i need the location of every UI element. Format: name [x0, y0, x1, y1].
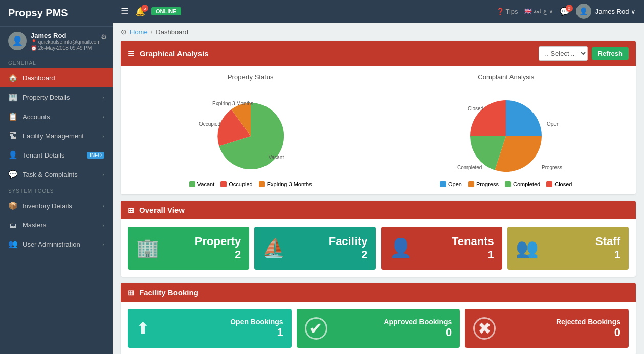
notification-bell-icon[interactable]: 🔔 5 [135, 7, 145, 16]
svg-text:Closed: Closed [468, 106, 483, 112]
language-selector[interactable]: 🇬🇧 ع لغة ∨ [524, 8, 553, 15]
breadcrumb-separator: / [151, 28, 153, 36]
sidebar-item-tenant-details[interactable]: 👤 Tenant Details INFO [0, 145, 113, 165]
property-overview-count: 2 [165, 248, 241, 261]
online-status-badge: ONLINE [151, 7, 181, 15]
staff-overview-label: Staff [545, 235, 620, 248]
accounts-arrow-icon: › [102, 114, 104, 120]
svg-text:Completed: Completed [457, 165, 482, 170]
sidebar-item-accounts[interactable]: 📋 Accounts › [0, 107, 113, 126]
sidebar-item-masters[interactable]: 🗂 Masters › [0, 215, 113, 234]
sidebar-item-accounts-label: Accounts [23, 113, 50, 121]
complaint-analysis-chart: Complaint Analysis [384, 73, 629, 187]
tenant-badge: INFO [87, 152, 104, 159]
sidebar-item-dashboard[interactable]: 🏠 Dashboard [0, 68, 113, 87]
tenants-overview-label: Tenants [418, 235, 494, 248]
user-admin-icon: 👥 [8, 239, 17, 249]
sidebar-item-user-admin-label: User Administration [23, 240, 80, 248]
property-status-title: Property Status [228, 73, 274, 81]
property-status-legend: Vacant Occupied Expiring 3 Months [189, 181, 312, 187]
complaint-analysis-legend: Open Progress Completed [440, 181, 572, 187]
tenants-overview-icon: 👤 [389, 237, 412, 259]
approved-bookings-icon: ✔ [305, 317, 327, 340]
rejected-bookings-label: Rejected Bookings [502, 318, 620, 326]
facility-overview-card[interactable]: ⛵ Facility 2 [254, 227, 375, 270]
app-name: Propsy PMS [8, 7, 68, 18]
charts-row: Property Status [128, 73, 629, 187]
open-bookings-label: Open Bookings [156, 318, 283, 326]
complaints-arrow-icon: › [102, 171, 104, 178]
overall-view-title: Overall View [139, 206, 629, 214]
breadcrumb: ⊙ Home / Dashboard [121, 28, 636, 36]
chat-icon[interactable]: 💬 0 [560, 7, 570, 16]
system-tools-label: SYSTEM TOOLS [0, 184, 113, 196]
general-section-label: GENERAL [0, 56, 113, 68]
overall-view-header: ⊞ Overall View [121, 201, 636, 219]
sidebar-item-facility-label: Facility Management [23, 132, 84, 140]
legend-closed: Closed [546, 181, 572, 187]
progress-dot [468, 181, 474, 187]
svg-text:Occupied: Occupied [199, 121, 220, 127]
staff-overview-count: 1 [545, 248, 620, 261]
main-area: ☰ 🔔 5 ONLINE ❓ Tips 🇬🇧 ع لغة ∨ 💬 0 👤 Jam… [113, 0, 644, 354]
settings-gear-icon[interactable]: ⚙ [101, 33, 107, 41]
sidebar-item-property-details[interactable]: 🏢 Property Details › [0, 87, 113, 107]
rejected-bookings-card[interactable]: ✖ Rejected Bookings 0 [465, 309, 629, 348]
property-arrow-icon: › [102, 94, 104, 100]
property-overview-icon: 🏢 [136, 237, 159, 259]
facility-overview-label: Facility [292, 235, 367, 248]
open-bookings-count: 1 [156, 326, 283, 339]
facility-overview-count: 2 [292, 248, 367, 261]
property-overview-card[interactable]: 🏢 Property 2 [128, 227, 249, 270]
breadcrumb-home[interactable]: Home [130, 28, 148, 36]
complaint-analysis-title: Complaint Analysis [478, 73, 534, 81]
user-admin-arrow-icon: › [102, 241, 104, 247]
approved-bookings-label: Approved Bookings [334, 318, 452, 326]
sidebar-item-user-admin[interactable]: 👥 User Administration › [0, 234, 113, 254]
topbar-user-menu[interactable]: 👤 James Rod ∨ [576, 4, 636, 19]
facility-mgmt-arrow-icon: › [102, 133, 104, 139]
booking-grid-icon: ⊞ [128, 289, 134, 297]
grid-icon: ⊞ [128, 206, 134, 214]
sidebar-user-email: 📍 quickpulse.info@gmail.com [31, 39, 104, 45]
legend-progress: Progress [468, 181, 499, 187]
sidebar-user-name: James Rod [31, 32, 104, 39]
sidebar-item-inventory-details[interactable]: 📦 Inventory Details › [0, 196, 113, 215]
approved-bookings-card[interactable]: ✔ Approved Bookings 0 [297, 309, 460, 348]
tenant-icon: 👤 [8, 150, 17, 160]
tips-button[interactable]: ❓ Tips [496, 8, 518, 15]
breadcrumb-current: Dashboard [156, 28, 188, 36]
content-area: ⊙ Home / Dashboard ☰ Graphical Analysis … [113, 23, 644, 354]
topbar: ☰ 🔔 5 ONLINE ❓ Tips 🇬🇧 ع لغة ∨ 💬 0 👤 Jam… [113, 0, 644, 23]
sidebar-item-masters-label: Masters [23, 221, 46, 229]
open-bookings-icon: ⬆ [136, 319, 150, 338]
sidebar-item-facility-management[interactable]: 🏗 Facility Management › [0, 126, 113, 145]
property-overview-label: Property [165, 235, 241, 248]
complaints-icon: 💬 [8, 170, 17, 179]
completed-dot [505, 181, 511, 187]
sidebar-user-time: ⏰ 26-May-2018 09:49 PM [31, 45, 104, 51]
analysis-select-dropdown[interactable]: .. Select .. [539, 46, 588, 61]
sidebar-user-avatar: 👤 [8, 32, 27, 50]
facility-overview-icon: ⛵ [262, 237, 285, 259]
tenants-overview-card[interactable]: 👤 Tenants 1 [381, 227, 502, 270]
refresh-button[interactable]: Refresh [592, 47, 629, 60]
closed-dot [546, 181, 552, 187]
sidebar-item-task-complaints[interactable]: 💬 Task & Complaints › [0, 165, 113, 184]
dashboard-icon: 🏠 [8, 73, 17, 82]
property-icon: 🏢 [8, 93, 17, 102]
sidebar-item-complaints-label: Task & Complaints [23, 171, 78, 179]
expiring-dot [259, 181, 265, 187]
overall-view-card: ⊞ Overall View 🏢 Property 2 ⛵ [121, 201, 636, 277]
sidebar-item-inventory-label: Inventory Details [23, 202, 72, 210]
legend-vacant: Vacant [189, 181, 214, 187]
legend-expiring: Expiring 3 Months [259, 181, 312, 187]
open-bookings-card[interactable]: ⬆ Open Bookings 1 [128, 309, 292, 348]
svg-text:Progress: Progress [542, 165, 562, 170]
sidebar: Propsy PMS 👤 James Rod 📍 quickpulse.info… [0, 0, 113, 354]
hamburger-icon[interactable]: ☰ [121, 6, 129, 17]
staff-overview-card[interactable]: 👥 Staff 1 [507, 227, 629, 270]
vacant-dot [189, 181, 195, 187]
legend-occupied: Occupied [220, 181, 252, 187]
masters-arrow-icon: › [102, 222, 104, 228]
